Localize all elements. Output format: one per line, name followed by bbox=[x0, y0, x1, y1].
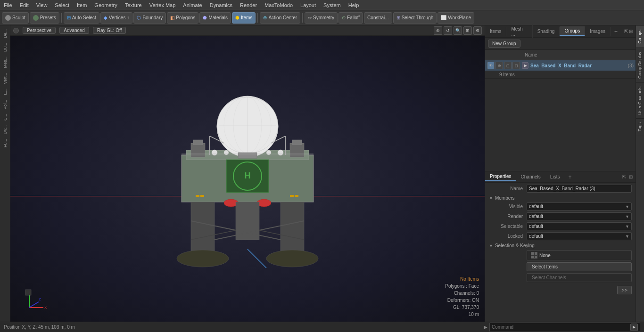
render-dropdown[interactable]: default ▼ bbox=[527, 212, 632, 220]
sidebar-item-du[interactable]: Du... bbox=[2, 41, 8, 54]
sidebar-item-vert[interactable]: Vert... bbox=[2, 71, 8, 86]
side-tab-group-display[interactable]: Group Display bbox=[636, 48, 644, 82]
forward-button[interactable]: >> bbox=[617, 286, 632, 294]
menu-dynamics[interactable]: Dynamics bbox=[206, 1, 236, 9]
menu-texture[interactable]: Texture bbox=[121, 1, 146, 9]
falloff-button[interactable]: ⊙ Falloff bbox=[339, 12, 363, 24]
viewport-tool-2[interactable]: ↺ bbox=[444, 26, 452, 35]
menu-vertex-map[interactable]: Vertex Map bbox=[146, 1, 180, 9]
tab-items[interactable]: Items bbox=[485, 27, 506, 36]
tab-images[interactable]: Images bbox=[585, 27, 611, 36]
lower-expand-btn[interactable]: ⇱ bbox=[621, 173, 627, 180]
group-sub-label: 9 Items bbox=[485, 71, 636, 79]
materials-button[interactable]: ⬟ Materials bbox=[199, 12, 231, 24]
select-items-button[interactable]: Select Items bbox=[527, 262, 632, 271]
boundary-button[interactable]: ⬡ Boundary bbox=[133, 12, 166, 24]
add-lower-tab[interactable]: + bbox=[564, 172, 575, 182]
lower-panel: Properties Channels Lists + ⇱ ⊞ Name bbox=[485, 171, 636, 322]
sidebar-item-fu[interactable]: Fu... bbox=[2, 137, 8, 149]
new-group-button[interactable]: New Group bbox=[488, 40, 520, 48]
eye-icon[interactable]: 👁 bbox=[487, 62, 495, 69]
visible-dropdown[interactable]: default ▼ bbox=[527, 202, 632, 211]
vertices-icon: ◆ bbox=[104, 15, 107, 20]
advanced-button[interactable]: Advanced bbox=[59, 27, 89, 34]
viewport-tool-4[interactable]: ⊞ bbox=[463, 26, 472, 35]
group-expand-icon[interactable]: ▶ bbox=[522, 62, 528, 69]
action-center-button[interactable]: ⊕ Action Center bbox=[260, 12, 300, 24]
menu-item[interactable]: Item bbox=[73, 1, 91, 9]
sidebar-item-pol[interactable]: Pol... bbox=[2, 98, 8, 112]
selectable-dropdown[interactable]: default ▼ bbox=[527, 222, 632, 230]
symmetry-button[interactable]: ⇔ Symmetry bbox=[305, 12, 338, 24]
command-input[interactable] bbox=[492, 324, 630, 330]
tab-channels[interactable]: Channels bbox=[516, 173, 545, 181]
selectable-arrow: ▼ bbox=[625, 224, 629, 229]
group-row-1[interactable]: 👁 ⊙ ◻ ◻ ▶ Sea_Based_X_Band_Radar (3) bbox=[485, 60, 636, 71]
locked-dropdown[interactable]: default ▼ bbox=[527, 232, 632, 240]
menu-system[interactable]: System bbox=[320, 1, 345, 9]
tab-properties[interactable]: Properties bbox=[485, 172, 516, 181]
menu-render[interactable]: Render bbox=[236, 1, 261, 9]
sculpt-button[interactable]: Sculpt bbox=[2, 12, 29, 24]
menu-edit[interactable]: Edit bbox=[16, 1, 33, 9]
collapse-icon[interactable]: ⊞ bbox=[629, 29, 633, 34]
sidebar-item-e[interactable]: E... bbox=[2, 87, 8, 97]
polygons-icon: ◧ bbox=[170, 15, 174, 20]
auto-select-icon: ⊞ bbox=[67, 15, 71, 20]
tab-groups[interactable]: Groups bbox=[560, 26, 585, 36]
sidebar-item-c[interactable]: C... bbox=[2, 112, 8, 122]
side-tab-user-channels[interactable]: User Channels bbox=[636, 82, 644, 119]
visible-row: Visible default ▼ bbox=[489, 202, 632, 211]
viewport-tool-5[interactable]: ⚙ bbox=[473, 26, 482, 35]
menu-layout[interactable]: Layout bbox=[297, 1, 320, 9]
viewport-header: Perspective Advanced Ray GL: Off ⊕ ↺ 🔍 ⊞… bbox=[10, 25, 485, 36]
tab-shading[interactable]: Shading bbox=[533, 27, 560, 36]
menu-view[interactable]: View bbox=[33, 1, 51, 9]
menu-select[interactable]: Select bbox=[51, 1, 73, 9]
side-tabs-bar: Groups Group Display User Channels Tags bbox=[636, 25, 644, 322]
items-button[interactable]: ⬢ Items bbox=[232, 12, 256, 24]
viewport-dot[interactable] bbox=[13, 28, 19, 33]
sidebar-item-de[interactable]: De... bbox=[2, 27, 8, 40]
lock-icon[interactable]: ◻ bbox=[504, 62, 512, 69]
select-through-button[interactable]: ⊞ Select Through bbox=[393, 12, 437, 24]
vertices-button[interactable]: ◆ Vertices 1 bbox=[100, 12, 133, 24]
viewport-canvas[interactable]: H bbox=[10, 36, 485, 322]
polygons-label: Polygons bbox=[176, 15, 195, 20]
menu-geometry[interactable]: Geometry bbox=[91, 1, 121, 9]
viewport-tool-3[interactable]: 🔍 bbox=[454, 26, 462, 35]
side-tab-groups[interactable]: Groups bbox=[636, 25, 644, 48]
lower-grid-btn[interactable]: ⊞ bbox=[628, 173, 634, 180]
menu-file[interactable]: File bbox=[0, 1, 16, 9]
menu-help[interactable]: Help bbox=[345, 1, 363, 9]
polygons-button[interactable]: ◧ Polygons bbox=[167, 12, 198, 24]
auto-select-button[interactable]: ⊞ Auto Select bbox=[64, 12, 99, 24]
select-channels-button[interactable]: Select Channels bbox=[527, 273, 632, 282]
cam-icon[interactable]: ⊙ bbox=[495, 62, 503, 69]
add-panel-tab[interactable]: + bbox=[611, 26, 621, 37]
groups-list[interactable]: 👁 ⊙ ◻ ◻ ▶ Sea_Based_X_Band_Radar (3) 9 I… bbox=[485, 60, 636, 171]
none-button[interactable]: None bbox=[527, 250, 632, 260]
menu-animate[interactable]: Animate bbox=[179, 1, 206, 9]
sidebar-item-uv[interactable]: UV... bbox=[2, 123, 8, 136]
viewport-tool-1[interactable]: ⊕ bbox=[434, 26, 442, 35]
left-sidebar: De... Du... Mes... Vert... E... Pol... C… bbox=[0, 25, 10, 322]
side-tab-tags[interactable]: Tags bbox=[636, 118, 644, 135]
selection-keying-section: ▼ Selection & Keying bbox=[489, 243, 632, 248]
expand-icon[interactable]: ⇱ bbox=[624, 29, 628, 34]
name-input[interactable] bbox=[527, 185, 632, 193]
constraints-button[interactable]: Constrai... bbox=[364, 12, 392, 24]
menu-maxtomodo[interactable]: MaxToModo bbox=[261, 1, 297, 9]
tab-mesh[interactable]: Mesh ... bbox=[506, 24, 532, 39]
perspective-button[interactable]: Perspective bbox=[23, 27, 56, 34]
workplane-button[interactable]: ⬜ WorkPlane bbox=[438, 12, 474, 24]
separator-3 bbox=[302, 13, 303, 23]
render-arrow: ▼ bbox=[625, 214, 629, 219]
ray-gl-button[interactable]: Ray GL: Off bbox=[93, 27, 126, 34]
check-icon[interactable]: ◻ bbox=[512, 62, 520, 69]
presets-button[interactable]: Presets bbox=[30, 12, 59, 24]
command-run-button[interactable]: ▶ bbox=[630, 324, 638, 331]
tab-lists[interactable]: Lists bbox=[545, 173, 565, 181]
axis-indicator: X Y Z bbox=[25, 289, 48, 312]
sidebar-item-mes[interactable]: Mes... bbox=[2, 55, 8, 70]
